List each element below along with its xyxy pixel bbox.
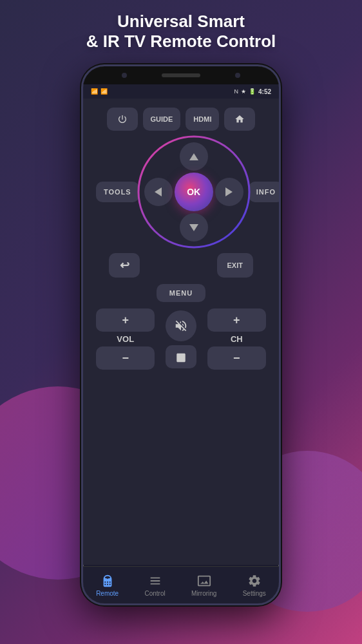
front-camera-left xyxy=(122,73,127,78)
vol-minus-button[interactable]: − xyxy=(96,346,155,370)
wifi-icon: 📶 xyxy=(100,88,108,95)
vol-plus-button[interactable]: + xyxy=(96,308,155,332)
status-left: 📶 📶 xyxy=(91,88,108,95)
dpad-container: TOOLS xyxy=(93,137,269,247)
mute-icon xyxy=(174,319,188,333)
nav-label-settings: Settings xyxy=(243,590,266,597)
menu-button[interactable]: MENU xyxy=(157,284,205,302)
dpad-wrapper: OK xyxy=(139,137,249,247)
dpad-right-button[interactable] xyxy=(215,178,243,206)
dpad-ok-button[interactable]: OK xyxy=(175,173,213,211)
clock: 4:52 xyxy=(258,88,271,95)
front-camera-right xyxy=(235,73,240,78)
nav-item-settings[interactable]: Settings xyxy=(243,574,266,597)
arrow-down-icon xyxy=(189,224,198,231)
back-icon: ↩ xyxy=(120,258,129,272)
menu-row: MENU xyxy=(93,284,269,302)
status-right: N ★ 🔋 4:52 xyxy=(234,88,271,95)
mirroring-nav-icon xyxy=(197,574,211,588)
top-buttons-row: GUIDE HDMI xyxy=(93,108,269,131)
mute-button[interactable] xyxy=(166,310,196,341)
info-button[interactable]: INFO xyxy=(249,182,279,202)
remote-nav-icon xyxy=(100,574,115,588)
nav-item-mirroring[interactable]: Mirroring xyxy=(191,574,216,597)
nav-label-mirroring: Mirroring xyxy=(191,590,216,597)
power-button[interactable] xyxy=(107,108,138,131)
arrow-right-icon xyxy=(225,187,233,196)
dpad: OK xyxy=(139,137,249,247)
power-icon xyxy=(117,114,128,124)
battery-icon: 🔋 xyxy=(249,88,256,95)
ch-plus-button[interactable]: + xyxy=(207,308,266,332)
center-controls xyxy=(157,310,204,368)
arrow-left-icon xyxy=(155,187,162,196)
vol-ch-row: + VOL − xyxy=(93,308,269,370)
tools-button[interactable]: TOOLS xyxy=(96,182,139,202)
source-icon xyxy=(175,351,187,363)
exit-button[interactable]: EXIT xyxy=(217,253,253,278)
phone-frame: 📶 📶 N ★ 🔋 4:52 GUIDE HDMI xyxy=(81,64,281,605)
sim-icon: 📶 xyxy=(91,88,98,95)
home-button[interactable] xyxy=(224,108,255,131)
phone-notch xyxy=(83,66,279,84)
status-bar: 📶 📶 N ★ 🔋 4:52 xyxy=(83,84,279,99)
nfc-icon: N xyxy=(234,88,238,95)
ch-minus-button[interactable]: − xyxy=(207,346,266,370)
hdmi-button[interactable]: HDMI xyxy=(186,108,219,131)
guide-button[interactable]: GUIDE xyxy=(143,108,181,131)
back-button[interactable]: ↩ xyxy=(109,253,140,278)
app-title: Universal Smart & IR TV Remote Control xyxy=(0,12,362,52)
speaker-grille xyxy=(162,73,200,77)
settings-nav-icon xyxy=(247,574,262,588)
source-button[interactable] xyxy=(166,345,196,368)
nav-item-remote[interactable]: Remote xyxy=(96,574,119,597)
bluetooth-icon: ★ xyxy=(241,88,246,95)
home-icon xyxy=(234,114,245,124)
control-nav-icon xyxy=(148,574,162,588)
dpad-up-button[interactable] xyxy=(180,142,208,171)
ch-group: + CH − xyxy=(207,308,266,370)
app-content: GUIDE HDMI TOOLS xyxy=(83,99,279,565)
back-exit-row: ↩ EXIT xyxy=(93,253,269,278)
nav-item-control[interactable]: Control xyxy=(144,574,165,597)
vol-group: + VOL − xyxy=(96,308,155,370)
ch-label: CH xyxy=(231,334,243,344)
bottom-nav: Remote Control Mirroring xyxy=(83,566,279,603)
vol-label: VOL xyxy=(117,334,134,344)
dpad-left-button[interactable] xyxy=(144,178,173,206)
nav-label-control: Control xyxy=(144,590,165,597)
dpad-down-button[interactable] xyxy=(180,213,208,242)
nav-label-remote: Remote xyxy=(96,590,119,597)
arrow-up-icon xyxy=(189,153,198,160)
